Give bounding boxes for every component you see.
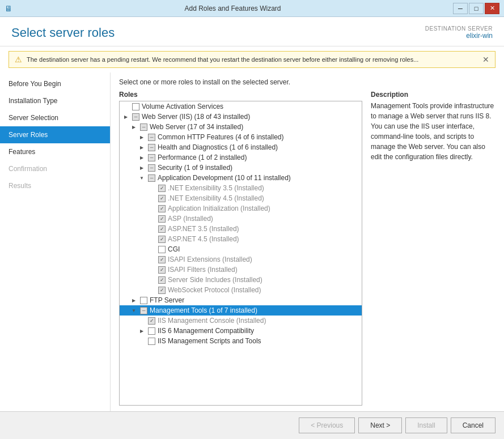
tree-item-label: Security (1 of 9 installed) [158, 164, 232, 172]
warning-bar: ⚠ The destination server has a pending r… [9, 51, 495, 68]
tree-toggle-icon[interactable]: ▶ [130, 123, 138, 131]
roles-tree[interactable]: Volume Activation Services▶Web Server (I… [119, 101, 362, 406]
body: Before You Begin Installation Type Serve… [0, 73, 504, 411]
tree-item[interactable]: Volume Activation Services [120, 101, 362, 112]
tree-checkbox[interactable] [148, 144, 155, 151]
sidebar-item-features[interactable]: Features [0, 143, 110, 160]
tree-item[interactable]: IIS Management Console (Installed) [120, 316, 362, 326]
tree-item-label: Server Side Includes (Installed) [168, 276, 262, 284]
tree-item[interactable]: ▶Health and Diagnostics (1 of 6 installe… [120, 142, 362, 152]
tree-item-label: Common HTTP Features (4 of 6 installed) [158, 133, 284, 141]
tree-checkbox[interactable] [148, 154, 155, 161]
tree-checkbox[interactable] [158, 256, 166, 263]
tree-item-label: ISAPI Extensions (Installed) [168, 255, 252, 263]
tree-checkbox[interactable] [132, 113, 139, 121]
sidebar-item-server-roles[interactable]: Server Roles [0, 126, 110, 143]
tree-item-label: IIS Management Scripts and Tools [158, 337, 261, 345]
warning-icon: ⚠ [15, 55, 22, 64]
tree-item[interactable]: ASP (Installed) [120, 214, 362, 224]
server-name: elixir-win [425, 32, 493, 40]
tree-item-label: CGI [168, 245, 180, 253]
tree-checkbox[interactable] [132, 103, 139, 110]
tree-checkbox[interactable] [148, 317, 155, 325]
tree-checkbox[interactable] [148, 164, 155, 172]
close-button[interactable]: ✕ [485, 3, 499, 14]
title-bar-title: Add Roles and Features Wizard [12, 5, 453, 12]
tree-checkbox[interactable] [148, 134, 155, 141]
destination-server: DESTINATION SERVER elixir-win [425, 25, 493, 40]
tree-item[interactable]: .NET Extensibility 4.5 (Installed) [120, 193, 362, 203]
sidebar-item-before-you-begin[interactable]: Before You Begin [0, 75, 110, 92]
main-panel: Roles Volume Activation Services▶Web Ser… [119, 91, 495, 406]
previous-button[interactable]: < Previous [299, 417, 355, 433]
tree-checkbox[interactable] [158, 266, 166, 274]
tree-checkbox[interactable] [158, 205, 166, 212]
tree-checkbox[interactable] [158, 225, 166, 233]
tree-item-label: WebSocket Protocol (Installed) [168, 286, 261, 294]
tree-toggle-icon[interactable]: ▶ [138, 133, 146, 141]
tree-item[interactable]: ASP.NET 4.5 (Installed) [120, 234, 362, 244]
tree-toggle-icon[interactable]: ▼ [130, 306, 138, 314]
tree-toggle-icon[interactable]: ▶ [122, 113, 130, 121]
tree-item-label: FTP Server [150, 296, 184, 304]
tree-item[interactable]: ASP.NET 3.5 (Installed) [120, 224, 362, 234]
tree-item[interactable]: WebSocket Protocol (Installed) [120, 285, 362, 295]
tree-checkbox[interactable] [140, 297, 147, 304]
tree-item[interactable]: ▶FTP Server [120, 295, 362, 305]
description-panel: Description Management Tools provide inf… [371, 91, 495, 406]
tree-item[interactable]: ▼Management Tools (1 of 7 installed) [120, 305, 362, 316]
tree-checkbox[interactable] [140, 123, 147, 131]
tree-item[interactable]: .NET Extensibility 3.5 (Installed) [120, 183, 362, 193]
tree-checkbox[interactable] [158, 246, 166, 253]
main-window: Select server roles DESTINATION SERVER e… [0, 17, 504, 439]
tree-checkbox[interactable] [158, 185, 166, 192]
maximize-button[interactable]: □ [469, 3, 484, 14]
next-button[interactable]: Next > [358, 417, 402, 433]
tree-item[interactable]: ▶Performance (1 of 2 installed) [120, 152, 362, 163]
tree-checkbox[interactable] [158, 276, 166, 284]
tree-toggle-icon[interactable]: ▶ [138, 154, 146, 161]
tree-checkbox[interactable] [140, 307, 147, 314]
tree-item[interactable]: ISAPI Extensions (Installed) [120, 254, 362, 265]
page-title: Select server roles [11, 25, 115, 40]
footer: < Previous Next > Install Cancel [0, 411, 504, 439]
tree-toggle-icon[interactable]: ▶ [138, 143, 146, 151]
cancel-button[interactable]: Cancel [451, 417, 495, 433]
tree-item[interactable]: IIS Management Scripts and Tools [120, 336, 362, 346]
tree-item[interactable]: ▶Common HTTP Features (4 of 6 installed) [120, 132, 362, 142]
tree-item[interactable]: ▶Web Server (IIS) (18 of 43 installed) [120, 112, 362, 122]
sidebar-item-server-selection[interactable]: Server Selection [0, 109, 110, 126]
tree-item[interactable]: CGI [120, 244, 362, 254]
tree-checkbox[interactable] [148, 174, 155, 182]
destination-server-label: DESTINATION SERVER [425, 25, 493, 32]
tree-toggle-icon[interactable]: ▶ [130, 296, 138, 304]
tree-checkbox[interactable] [158, 236, 166, 243]
tree-checkbox[interactable] [158, 195, 166, 202]
tree-checkbox[interactable] [148, 338, 155, 345]
install-button[interactable]: Install [405, 417, 447, 433]
tree-item[interactable]: ▶IIS 6 Management Compatibility [120, 326, 362, 336]
tree-item-label: Performance (1 of 2 installed) [158, 154, 247, 161]
tree-item-label: ISAPI Filters (Installed) [168, 266, 238, 274]
tree-checkbox[interactable] [158, 215, 166, 223]
tree-item[interactable]: ▶Security (1 of 9 installed) [120, 163, 362, 173]
tree-item-label: Application Development (10 of 11 instal… [158, 174, 291, 182]
tree-toggle-icon[interactable]: ▼ [138, 174, 146, 182]
tree-item[interactable]: Server Side Includes (Installed) [120, 275, 362, 285]
sidebar-item-installation-type[interactable]: Installation Type [0, 92, 110, 109]
tree-toggle-icon[interactable]: ▶ [138, 327, 146, 335]
tree-item-label: .NET Extensibility 4.5 (Installed) [168, 194, 264, 202]
tree-item[interactable]: ▶Web Server (17 of 34 installed) [120, 122, 362, 132]
tree-item[interactable]: Application Initialization (Installed) [120, 203, 362, 214]
title-bar: 🖥 Add Roles and Features Wizard ─ □ ✕ [0, 0, 504, 17]
tree-item-label: .NET Extensibility 3.5 (Installed) [168, 184, 264, 192]
tree-checkbox[interactable] [158, 287, 166, 294]
tree-item-label: ASP.NET 4.5 (Installed) [168, 235, 239, 243]
tree-item[interactable]: ISAPI Filters (Installed) [120, 265, 362, 275]
warning-close-button[interactable]: ✕ [482, 55, 489, 64]
minimize-button[interactable]: ─ [453, 3, 468, 14]
tree-checkbox[interactable] [148, 327, 155, 335]
tree-item[interactable]: ▼Application Development (10 of 11 insta… [120, 173, 362, 183]
tree-item-label: Application Initialization (Installed) [168, 204, 270, 212]
tree-toggle-icon[interactable]: ▶ [138, 164, 146, 172]
